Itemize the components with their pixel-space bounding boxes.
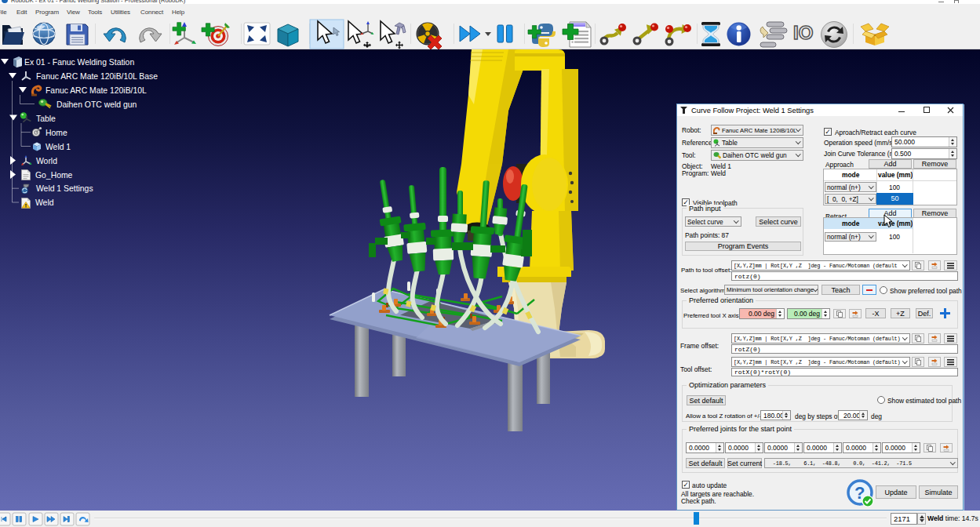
svg-text:Weld 1: Weld 1	[46, 143, 71, 151]
svg-text:Weld 1 Settings: Weld 1 Settings	[36, 184, 93, 193]
svg-text:Fanuc ARC Mate 120iB/10L Base: Fanuc ARC Mate 120iB/10L Base	[36, 72, 158, 81]
svg-text:Weld: Weld	[35, 198, 54, 207]
svg-text:Ex 01 - Fanuc Welding Station: Ex 01 - Fanuc Welding Station	[24, 58, 134, 67]
svg-text:Table: Table	[36, 114, 56, 123]
svg-text:Go_Home: Go_Home	[35, 171, 73, 180]
svg-text:Daihen OTC weld gun: Daihen OTC weld gun	[56, 100, 137, 109]
svg-text:IO: IO	[793, 22, 813, 43]
svg-text:World: World	[36, 157, 57, 165]
svg-text:Fanuc ARC Mate 120iB/10L: Fanuc ARC Mate 120iB/10L	[46, 86, 147, 95]
svg-text:Home: Home	[46, 129, 67, 137]
